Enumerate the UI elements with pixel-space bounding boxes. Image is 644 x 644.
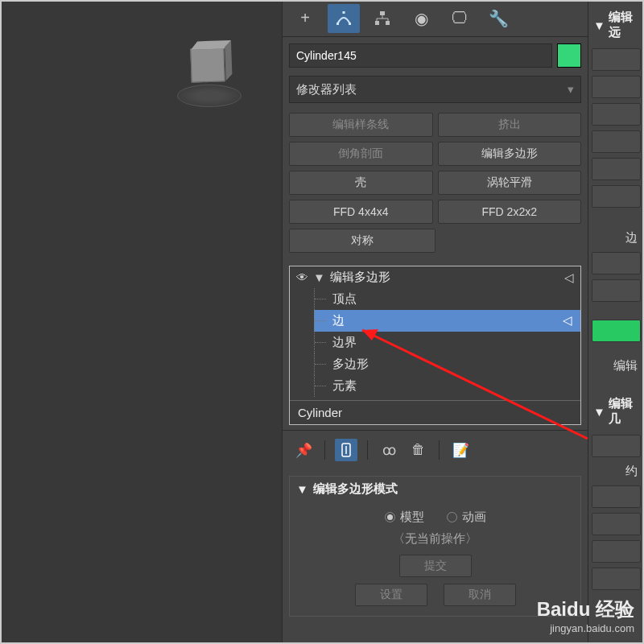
slot-button[interactable] — [592, 103, 641, 126]
command-panel: + ◉ 🖵 🔧 修改器列表 编辑样条线 挤出 倒角剖面 编辑多边形 壳 涡轮平滑… — [282, 0, 588, 644]
svg-rect-1 — [349, 23, 351, 25]
slot-button[interactable] — [592, 279, 641, 302]
label-edit: 编辑 — [592, 357, 641, 375]
btn-ffd4[interactable]: FFD 4x4x4 — [289, 200, 433, 224]
cancel-button[interactable]: 取消 — [444, 584, 516, 606]
svg-rect-4 — [375, 21, 379, 25]
modify-tab-icon[interactable] — [328, 4, 360, 33]
eye-icon[interactable]: 👁 — [296, 270, 308, 284]
slot-button[interactable] — [592, 540, 641, 563]
divider — [439, 440, 440, 460]
stack-header-label: 编辑多边形 — [330, 270, 390, 285]
slot-button[interactable] — [592, 435, 641, 457]
stack-item-polygon[interactable]: 多边形 — [314, 353, 580, 375]
btn-edit-spline[interactable]: 编辑样条线 — [289, 113, 433, 137]
stack-toolbar: 📌 ꝏ 🗑 📝 — [283, 430, 588, 469]
right-rollout-strip: ▼编辑远 边 编辑 ▼编辑几 约 — [588, 0, 644, 644]
current-operation-label: 〈无当前操作〉 — [299, 528, 571, 550]
radio-animate[interactable]: 动画 — [447, 510, 486, 525]
stack-item-edge-label: 边 — [332, 313, 345, 327]
stack-marker-icon: ◁ — [563, 313, 572, 328]
stack-item-border[interactable]: 边界 — [314, 332, 580, 353]
slot-button[interactable] — [592, 513, 641, 535]
rollout-edit-far[interactable]: ▼编辑远 — [592, 6, 641, 43]
btn-extrude[interactable]: 挤出 — [438, 113, 582, 137]
btn-ffd2[interactable]: FFD 2x2x2 — [438, 200, 582, 224]
rollout-label: 编辑几 — [609, 396, 639, 427]
modifier-stack: 👁 ▼ 编辑多边形 ◁ 顶点 边 ◁ 边界 多边形 元素 Cylinder — [289, 266, 581, 425]
modifier-quick-buttons: 编辑样条线 挤出 倒角剖面 编辑多边形 壳 涡轮平滑 FFD 4x4x4 FFD… — [283, 108, 588, 258]
rollout-edit-poly-mode: ▼ 编辑多边形模式 模型 动画 〈无当前操作〉 提交 设置 取消 — [289, 476, 581, 617]
expand-triangle-icon[interactable]: ▼ — [313, 270, 325, 284]
rollout-title: 编辑多边形模式 — [313, 481, 398, 497]
slot-button[interactable] — [592, 158, 641, 180]
viewcube-compass[interactable] — [177, 85, 242, 107]
btn-shell[interactable]: 壳 — [289, 171, 433, 195]
btn-edit-poly[interactable]: 编辑多边形 — [438, 142, 582, 166]
viewport-3d[interactable] — [0, 0, 282, 644]
rollout-label: 编辑远 — [609, 10, 639, 40]
object-name-input[interactable] — [289, 43, 552, 68]
make-unique-icon[interactable]: ꝏ — [378, 439, 400, 461]
motion-tab-icon[interactable]: ◉ — [405, 4, 437, 33]
pin-icon[interactable]: 📌 — [292, 439, 315, 461]
command-panel-tabs: + ◉ 🖵 🔧 — [283, 0, 588, 37]
slot-button[interactable] — [592, 76, 641, 98]
radio-dot-icon — [447, 512, 457, 522]
modifier-list-label: 修改器列表 — [296, 82, 357, 97]
btn-turbosmooth[interactable]: 涡轮平滑 — [438, 171, 582, 195]
viewcube[interactable] — [173, 40, 246, 113]
btn-bevel-section[interactable]: 倒角剖面 — [289, 142, 433, 166]
slot-button[interactable] — [592, 485, 641, 508]
stack-header-edit-poly[interactable]: 👁 ▼ 编辑多边形 ◁ — [290, 266, 580, 288]
radio-dot-icon — [385, 512, 395, 522]
collapse-triangle-icon: ▼ — [593, 405, 605, 419]
utilities-tab-icon[interactable]: 🔧 — [482, 4, 514, 33]
svg-rect-0 — [336, 23, 339, 25]
stack-base-object[interactable]: Cylinder — [290, 400, 580, 424]
show-end-result-icon[interactable] — [335, 439, 357, 461]
settings-button[interactable]: 设置 — [355, 584, 427, 606]
slot-button[interactable] — [592, 130, 641, 153]
rollout-edit-geom[interactable]: ▼编辑几 — [592, 393, 641, 430]
radio-animate-label: 动画 — [462, 510, 486, 525]
slot-button-green[interactable] — [592, 320, 641, 342]
svg-rect-5 — [386, 21, 390, 25]
collapse-triangle-icon: ▼ — [593, 19, 605, 32]
commit-button[interactable]: 提交 — [399, 555, 472, 577]
btn-symmetry[interactable]: 对称 — [289, 229, 436, 253]
stack-item-vertex[interactable]: 顶点 — [314, 288, 580, 310]
label-yue: 约 — [592, 462, 641, 481]
object-color-swatch[interactable] — [557, 43, 581, 68]
radio-model[interactable]: 模型 — [385, 510, 424, 525]
display-tab-icon[interactable]: 🖵 — [444, 4, 476, 33]
rollout-header[interactable]: ▼ 编辑多边形模式 — [290, 477, 580, 502]
create-tab-icon[interactable]: + — [289, 4, 321, 33]
svg-rect-3 — [380, 11, 385, 15]
stack-subobject-list: 顶点 边 ◁ 边界 多边形 元素 — [290, 288, 580, 400]
label-bian: 边 — [592, 229, 641, 247]
divider — [324, 440, 325, 460]
watermark: Baidu 经验 jingyan.baidu.com — [537, 597, 634, 634]
svg-rect-2 — [343, 11, 345, 14]
mode-radio-group: 模型 动画 — [299, 506, 571, 528]
watermark-brand: Baidu 经验 — [537, 597, 634, 622]
slot-button[interactable] — [592, 48, 641, 71]
divider — [367, 440, 368, 460]
stack-marker-icon: ◁ — [564, 270, 574, 285]
viewcube-cube[interactable] — [190, 47, 225, 82]
modifier-list-dropdown[interactable]: 修改器列表 — [289, 76, 581, 103]
chevron-down-icon — [568, 82, 574, 97]
delete-icon[interactable]: 🗑 — [407, 439, 429, 461]
hierarchy-tab-icon[interactable] — [366, 4, 398, 33]
slot-button[interactable] — [592, 568, 641, 590]
slot-button[interactable] — [592, 252, 641, 275]
stack-item-edge[interactable]: 边 ◁ — [314, 310, 580, 332]
collapse-triangle-icon: ▼ — [296, 482, 308, 496]
slot-button[interactable] — [592, 185, 641, 208]
stack-item-element[interactable]: 元素 — [314, 375, 580, 397]
watermark-url: jingyan.baidu.com — [537, 622, 634, 634]
radio-model-label: 模型 — [400, 510, 424, 525]
configure-sets-icon[interactable]: 📝 — [449, 439, 472, 461]
